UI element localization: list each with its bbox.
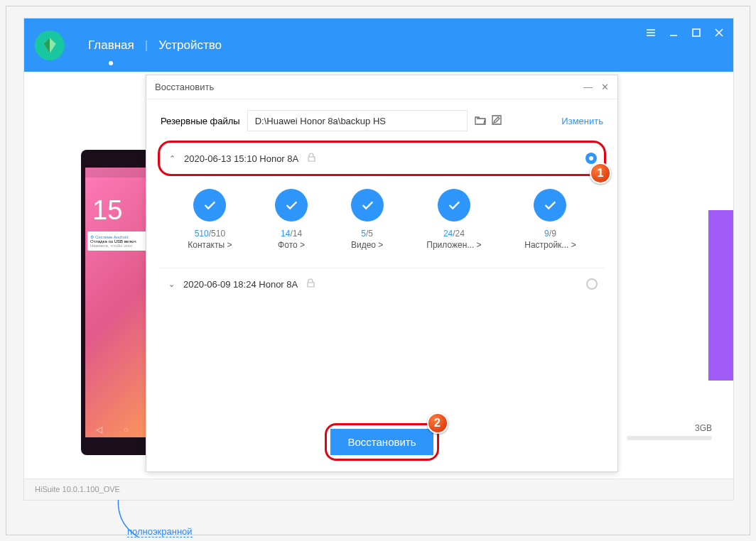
restore-highlight: Восстановить 2 — [325, 423, 438, 461]
annotation-badge-2: 2 — [427, 412, 448, 434]
check-icon — [275, 189, 308, 222]
annotation-badge-1: 1 — [590, 163, 611, 184]
backup-label: 2020-06-09 18:24 Honor 8A — [183, 278, 586, 290]
minimize-icon[interactable] — [668, 27, 679, 38]
chevron-up-icon[interactable]: ⌃ — [167, 154, 177, 163]
dialog-titlebar: Восстановить — ✕ — [146, 75, 617, 99]
right-decoration — [708, 210, 733, 381]
path-label: Резервные файлы — [161, 116, 240, 126]
chevron-down-icon[interactable]: ⌄ — [166, 280, 176, 289]
backup-label: 2020-06-13 15:10 Honor 8A — [184, 153, 585, 164]
backup-list: ⌃ 2020-06-13 15:10 Honor 8A 1 510/510 Ко… — [146, 141, 617, 300]
leaf-icon — [40, 36, 59, 55]
restore-button[interactable]: Восстановить — [330, 429, 433, 455]
check-icon — [534, 189, 566, 222]
annotation-link[interactable]: полноэкранной — [127, 526, 193, 537]
tab-device[interactable]: Устройство — [148, 38, 232, 53]
category-settings[interactable]: 9/9 Настройк... > — [524, 189, 576, 250]
check-icon — [193, 189, 226, 222]
backup-item-0[interactable]: ⌃ 2020-06-13 15:10 Honor 8A 1 — [158, 141, 606, 176]
backup-path-row: Резервные файлы Изменить — [146, 99, 617, 142]
check-icon — [438, 189, 470, 222]
dialog-title: Восстановить — [155, 82, 214, 92]
close-icon[interactable] — [713, 27, 725, 38]
storage-info: 3GB — [627, 423, 712, 440]
folder-open-icon[interactable] — [475, 115, 486, 127]
dialog-minimize-icon[interactable]: — — [583, 82, 593, 92]
check-icon — [351, 189, 384, 222]
category-row: 510/510 Контакты > 14/14 Фото > 5/5 Виде… — [159, 175, 605, 268]
titlebar: Главная | Устройство — [24, 18, 733, 72]
backup-item-1[interactable]: ⌄ 2020-06-09 18:24 Honor 8A — [159, 268, 605, 300]
window-controls — [645, 27, 725, 38]
path-input[interactable] — [247, 110, 468, 131]
dialog-footer: Восстановить 2 — [146, 423, 617, 461]
backup-radio-1[interactable] — [586, 278, 598, 290]
category-video[interactable]: 5/5 Видео > — [351, 189, 384, 250]
category-apps[interactable]: 24/24 Приложен... > — [426, 189, 481, 250]
edit-icon[interactable] — [492, 115, 502, 127]
restore-dialog: Восстановить — ✕ Резервные файлы Изменит… — [146, 75, 618, 472]
lock-icon — [308, 153, 315, 164]
category-contacts[interactable]: 510/510 Контакты > — [188, 189, 232, 250]
app-logo — [35, 31, 65, 60]
category-photo[interactable]: 14/14 Фото > — [275, 189, 308, 250]
footer-version: HiSuite 10.0.1.100_OVE — [24, 479, 733, 500]
dialog-close-icon[interactable]: ✕ — [601, 82, 609, 92]
nav-tabs: Главная | Устройство — [77, 38, 232, 53]
menu-icon[interactable] — [645, 27, 657, 38]
maximize-icon[interactable] — [691, 27, 702, 38]
backup-radio-0[interactable] — [585, 153, 597, 164]
storage-bar — [627, 436, 712, 440]
tab-home[interactable]: Главная — [77, 38, 145, 53]
svg-rect-0 — [693, 29, 700, 36]
lock-icon — [307, 279, 315, 290]
change-link[interactable]: Изменить — [561, 116, 603, 126]
